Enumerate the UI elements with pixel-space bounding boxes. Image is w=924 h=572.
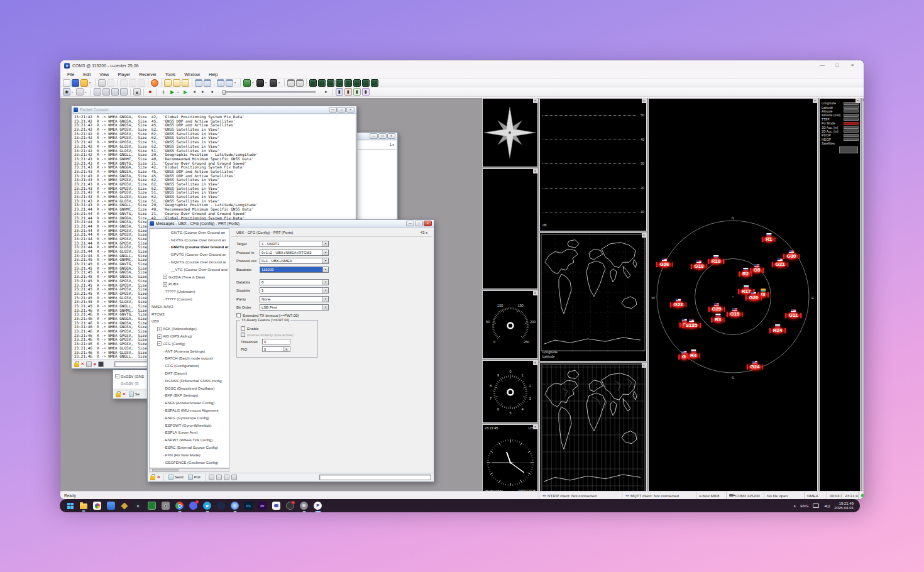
tree-item-cfg[interactable]: −CFG (Config): [150, 340, 229, 348]
minimize-icon[interactable]: —: [406, 221, 414, 226]
baudrate-select[interactable]: 115200▼: [260, 267, 329, 273]
chart-view-caret[interactable]: ▾: [252, 81, 255, 84]
tree-item-gxzda[interactable]: +GxZDA (Time & Date): [150, 273, 229, 281]
tree-hscrollbar[interactable]: [149, 468, 229, 472]
filter-icon[interactable]: [86, 361, 92, 367]
tree-item-rtcm3[interactable]: RTCM3: [150, 311, 229, 318]
tree-expander-icon[interactable]: +: [157, 334, 162, 339]
gxgsv-window-fragment[interactable]: − GxGSV (GNS GxGSV (G × Se: [113, 370, 147, 399]
tree-item-esfgwt[interactable]: –ESFGWT (Gyro+Wheeltick): [150, 422, 229, 429]
play-fast-icon[interactable]: ▶: [182, 88, 189, 96]
satellite-r3[interactable]: R3: [711, 317, 724, 323]
menu-file[interactable]: File: [63, 72, 79, 77]
satellite-g18[interactable]: G18: [691, 263, 707, 270]
menu-view[interactable]: View: [95, 72, 113, 77]
lock-icon[interactable]: [74, 363, 79, 367]
lock-icon[interactable]: [150, 476, 155, 480]
maximize-icon[interactable]: □: [378, 133, 387, 139]
chevron-down-icon[interactable]: ▼: [322, 280, 328, 285]
stopbits-select[interactable]: 1▼: [260, 287, 329, 294]
taskbar-app-capture[interactable]: [162, 502, 170, 510]
open-file-icon[interactable]: [80, 79, 88, 87]
taskbar-app-xbox[interactable]: x: [134, 502, 142, 510]
tree-item-gnvtg[interactable]: –GNVTG (Course Over Ground ar: [150, 244, 229, 251]
minimize-icon[interactable]: —: [329, 107, 337, 113]
tree-item-givtg[interactable]: –GIVTG (Course Over Ground an: [150, 229, 229, 236]
databits-select[interactable]: 8▼: [260, 279, 329, 285]
panel-6-icon[interactable]: [353, 79, 361, 87]
clear-icon[interactable]: ×: [123, 391, 126, 397]
tree-expander-icon[interactable]: +: [163, 282, 167, 287]
close-icon[interactable]: ×: [855, 99, 860, 103]
close-icon[interactable]: ×: [642, 363, 646, 368]
camera-view-caret[interactable]: ▾: [278, 81, 282, 84]
tree-item-__vtg[interactable]: –__VTG (Course Over Ground and: [150, 266, 229, 273]
new-file-icon[interactable]: [63, 79, 70, 87]
close-icon[interactable]: ×: [533, 361, 537, 365]
play-icon[interactable]: ▶: [168, 88, 176, 96]
tree-item-pubx[interactable]: +PUBX: [150, 281, 229, 289]
chevron-down-icon[interactable]: ▼: [322, 305, 328, 310]
chevron-down-icon[interactable]: ▼: [322, 258, 328, 263]
tool-icon-3[interactable]: [224, 475, 229, 480]
tree-item-aid[interactable]: +AID (GPS Aiding): [150, 333, 229, 340]
step-forward-icon[interactable]: ►: [199, 88, 207, 96]
playback-slider[interactable]: [222, 91, 316, 93]
satellite-r1[interactable]: R1: [762, 236, 775, 243]
taskbar-app-chrome[interactable]: [175, 502, 184, 510]
log-tool-1-icon[interactable]: ▮: [336, 88, 343, 96]
pio-select[interactable]: 0▼: [262, 346, 290, 352]
tree-item-cfg[interactable]: –CFG (Configuration): [150, 362, 229, 370]
play-caret[interactable]: ▾: [177, 91, 180, 94]
taskbar-app-app-glow[interactable]: [231, 502, 239, 510]
panel-8-icon[interactable]: [371, 79, 378, 87]
record-view-caret[interactable]: ▾: [72, 91, 75, 94]
satellite-s135[interactable]: S135: [682, 322, 701, 329]
panel-4-icon[interactable]: [336, 79, 343, 87]
tree-expander-icon[interactable]: +: [157, 327, 162, 331]
print-preview-icon[interactable]: [107, 79, 114, 87]
table-view-caret[interactable]: ▾: [234, 81, 238, 84]
tree-item-fxn[interactable]: –FXN (Fix Now Mode): [150, 451, 229, 459]
send-button[interactable]: Send: [167, 475, 185, 480]
menu-player[interactable]: Player: [113, 72, 135, 77]
menu-tools[interactable]: Tools: [161, 72, 180, 77]
taskbar-app-start[interactable]: [66, 502, 74, 510]
find-icon[interactable]: [98, 361, 104, 367]
tree-item-glvtg[interactable]: –GLVTG (Course Over Ground an: [150, 236, 229, 244]
jump-start-icon[interactable]: ◄: [208, 88, 216, 96]
histogram-view-caret[interactable]: ▾: [265, 81, 268, 84]
satellite-g26[interactable]: G26: [656, 261, 673, 268]
taskbar-app-telegram[interactable]: [203, 502, 211, 510]
paste-icon[interactable]: [138, 79, 145, 87]
packet-console-titlebar[interactable]: Packet Console — □ ×: [72, 106, 356, 114]
volume-icon[interactable]: ◄)): [823, 504, 830, 508]
panel-7-icon[interactable]: [362, 79, 370, 87]
tree-expander-icon[interactable]: +: [163, 275, 167, 279]
display-icon[interactable]: [813, 503, 819, 508]
slider-knob[interactable]: [223, 90, 226, 95]
taskbar-app-ucenter[interactable]: P: [314, 502, 322, 510]
minimize-button[interactable]: —: [815, 61, 830, 70]
tray-chevron-icon[interactable]: ∧: [793, 503, 796, 508]
title-bar[interactable]: u COM3 @ 115200 - u-center 25.06 — □ ×: [60, 60, 864, 70]
tree-item-batch[interactable]: –BATCH (Batch mode output): [150, 355, 229, 363]
close-icon[interactable]: ×: [533, 99, 537, 103]
tree-item-esfwt[interactable]: –ESFWT (Wheel-Tick Config): [150, 436, 229, 444]
panel-2-icon[interactable]: [318, 79, 326, 87]
taskbar-app-chat[interactable]: [272, 502, 280, 510]
menu-help[interactable]: Help: [204, 72, 222, 77]
satellite-g15[interactable]: G15: [727, 311, 743, 317]
scroll-up-icon[interactable]: ▲: [862, 98, 864, 101]
taskbar-app-discord[interactable]: [189, 502, 197, 510]
parity-select[interactable]: None▼: [260, 296, 329, 302]
satellite-g30[interactable]: G30: [783, 253, 800, 260]
eject-icon[interactable]: ▲: [133, 88, 141, 96]
messages-view-icon[interactable]: [195, 79, 202, 87]
satellite-r2[interactable]: R2: [739, 271, 752, 277]
close-icon[interactable]: ×: [387, 133, 395, 139]
close-icon[interactable]: ×: [346, 107, 355, 113]
tree-item-nmeanav2[interactable]: NMEA-NAV2: [150, 303, 229, 311]
close-icon[interactable]: ×: [642, 99, 646, 103]
gxgsv-subnode[interactable]: GxGSV (G: [113, 380, 147, 388]
